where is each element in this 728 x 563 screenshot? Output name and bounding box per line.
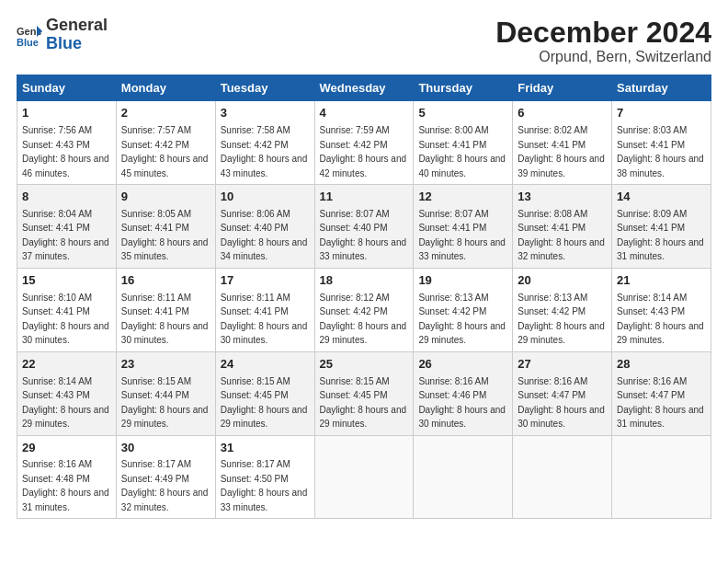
sunset-text: Sunset: 4:42 PM <box>418 306 486 316</box>
day-number: 9 <box>121 189 210 206</box>
daylight-text: Daylight: 8 hours and 32 minutes. <box>518 237 605 262</box>
day-number: 17 <box>221 272 310 290</box>
col-sunday: Sunday <box>17 75 117 101</box>
daylight-text: Daylight: 8 hours and 29 minutes. <box>22 405 109 430</box>
day-number: 12 <box>418 189 507 206</box>
sunrise-text: Sunrise: 8:10 AM <box>22 293 92 303</box>
sunrise-text: Sunrise: 8:11 AM <box>221 293 290 303</box>
sunset-text: Sunset: 4:46 PM <box>418 390 486 400</box>
sunset-text: Sunset: 4:45 PM <box>221 390 289 400</box>
day-number: 28 <box>617 356 706 373</box>
week-row-1: 1 Sunrise: 7:56 AM Sunset: 4:43 PM Dayli… <box>17 101 711 185</box>
calendar-cell: 17 Sunrise: 8:11 AM Sunset: 4:41 PM Dayl… <box>215 268 314 351</box>
daylight-text: Daylight: 8 hours and 30 minutes. <box>221 321 308 346</box>
calendar-cell: 16 Sunrise: 8:11 AM Sunset: 4:41 PM Dayl… <box>116 268 215 351</box>
daylight-text: Daylight: 8 hours and 32 minutes. <box>121 488 209 512</box>
calendar-cell: 11 Sunrise: 8:07 AM Sunset: 4:40 PM Dayl… <box>314 185 414 269</box>
calendar-cell: 26 Sunrise: 8:16 AM Sunset: 4:46 PM Dayl… <box>414 351 513 435</box>
daylight-text: Daylight: 8 hours and 39 minutes. <box>518 154 605 178</box>
calendar-cell: 2 Sunrise: 7:57 AM Sunset: 4:42 PM Dayli… <box>116 101 215 185</box>
subtitle: Orpund, Bern, Switzerland <box>495 49 711 65</box>
sunrise-text: Sunrise: 8:15 AM <box>320 376 390 386</box>
sunrise-text: Sunrise: 8:00 AM <box>418 125 488 135</box>
week-row-3: 15 Sunrise: 8:10 AM Sunset: 4:41 PM Dayl… <box>17 268 711 351</box>
day-number: 18 <box>320 272 409 290</box>
sunset-text: Sunset: 4:43 PM <box>22 140 90 150</box>
calendar-cell: 9 Sunrise: 8:05 AM Sunset: 4:41 PM Dayli… <box>116 185 215 269</box>
header-row: Sunday Monday Tuesday Wednesday Thursday… <box>17 75 711 101</box>
sunrise-text: Sunrise: 8:11 AM <box>121 293 191 303</box>
calendar-cell: 31 Sunrise: 8:17 AM Sunset: 4:50 PM Dayl… <box>215 435 314 519</box>
svg-text:Blue: Blue <box>17 37 39 48</box>
sunrise-text: Sunrise: 8:07 AM <box>320 209 390 219</box>
sunrise-text: Sunrise: 8:15 AM <box>121 376 191 386</box>
sunrise-text: Sunrise: 8:03 AM <box>617 125 687 135</box>
day-number: 10 <box>221 189 310 206</box>
calendar-cell: 6 Sunrise: 8:02 AM Sunset: 4:41 PM Dayli… <box>513 101 612 185</box>
daylight-text: Daylight: 8 hours and 43 minutes. <box>221 154 308 178</box>
sunset-text: Sunset: 4:40 PM <box>221 223 289 233</box>
calendar-cell: 8 Sunrise: 8:04 AM Sunset: 4:41 PM Dayli… <box>17 185 117 269</box>
calendar-cell: 20 Sunrise: 8:13 AM Sunset: 4:42 PM Dayl… <box>513 268 612 351</box>
calendar-cell: 25 Sunrise: 8:15 AM Sunset: 4:45 PM Dayl… <box>314 351 414 435</box>
sunset-text: Sunset: 4:44 PM <box>121 390 189 400</box>
daylight-text: Daylight: 8 hours and 35 minutes. <box>121 237 209 262</box>
sunset-text: Sunset: 4:41 PM <box>121 223 189 233</box>
day-number: 6 <box>518 105 607 122</box>
calendar-cell: 23 Sunrise: 8:15 AM Sunset: 4:44 PM Dayl… <box>116 351 215 435</box>
daylight-text: Daylight: 8 hours and 29 minutes. <box>617 321 704 346</box>
sunrise-text: Sunrise: 7:56 AM <box>22 125 92 135</box>
sunset-text: Sunset: 4:42 PM <box>320 140 388 150</box>
daylight-text: Daylight: 8 hours and 30 minutes. <box>418 405 506 430</box>
sunset-text: Sunset: 4:45 PM <box>320 390 388 400</box>
sunrise-text: Sunrise: 8:04 AM <box>22 209 92 219</box>
sunset-text: Sunset: 4:42 PM <box>121 140 189 150</box>
main-title: December 2024 <box>495 17 711 49</box>
calendar-cell: 10 Sunrise: 8:06 AM Sunset: 4:40 PM Dayl… <box>215 185 314 269</box>
daylight-text: Daylight: 8 hours and 29 minutes. <box>320 405 407 430</box>
day-number: 16 <box>121 272 210 290</box>
sunrise-text: Sunrise: 8:13 AM <box>518 293 587 303</box>
calendar-cell: 4 Sunrise: 7:59 AM Sunset: 4:42 PM Dayli… <box>314 101 414 185</box>
calendar-cell: 19 Sunrise: 8:13 AM Sunset: 4:42 PM Dayl… <box>414 268 513 351</box>
logo: General Blue General Blue <box>17 17 108 53</box>
daylight-text: Daylight: 8 hours and 29 minutes. <box>320 321 407 346</box>
daylight-text: Daylight: 8 hours and 31 minutes. <box>617 405 704 430</box>
day-number: 5 <box>418 105 507 122</box>
sunset-text: Sunset: 4:40 PM <box>320 223 388 233</box>
page: General Blue General Blue December 2024 … <box>0 0 728 530</box>
daylight-text: Daylight: 8 hours and 46 minutes. <box>22 154 109 178</box>
sunset-text: Sunset: 4:41 PM <box>617 223 685 233</box>
sunset-text: Sunset: 4:41 PM <box>418 223 486 233</box>
sunrise-text: Sunrise: 8:16 AM <box>418 376 488 386</box>
sunrise-text: Sunrise: 8:16 AM <box>22 459 92 469</box>
col-monday: Monday <box>116 75 215 101</box>
day-number: 11 <box>320 189 409 206</box>
sunset-text: Sunset: 4:41 PM <box>617 140 685 150</box>
sunset-text: Sunset: 4:47 PM <box>617 390 685 400</box>
calendar-cell: 12 Sunrise: 8:07 AM Sunset: 4:41 PM Dayl… <box>414 185 513 269</box>
day-number: 14 <box>617 189 706 206</box>
sunset-text: Sunset: 4:41 PM <box>22 306 90 316</box>
day-number: 21 <box>617 272 706 290</box>
day-number: 1 <box>22 105 111 122</box>
calendar-cell: 3 Sunrise: 7:58 AM Sunset: 4:42 PM Dayli… <box>215 101 314 185</box>
day-number: 31 <box>221 440 310 457</box>
day-number: 29 <box>22 440 111 457</box>
sunrise-text: Sunrise: 8:13 AM <box>418 293 488 303</box>
daylight-text: Daylight: 8 hours and 33 minutes. <box>418 237 506 262</box>
day-number: 26 <box>418 356 507 373</box>
day-number: 22 <box>22 356 111 373</box>
sunrise-text: Sunrise: 7:59 AM <box>320 125 390 135</box>
col-saturday: Saturday <box>612 75 711 101</box>
calendar-cell: 24 Sunrise: 8:15 AM Sunset: 4:45 PM Dayl… <box>215 351 314 435</box>
sunset-text: Sunset: 4:42 PM <box>221 140 289 150</box>
calendar-cell <box>414 435 513 519</box>
sunset-text: Sunset: 4:48 PM <box>22 474 90 484</box>
header: General Blue General Blue December 2024 … <box>17 17 711 65</box>
day-number: 25 <box>320 356 409 373</box>
day-number: 23 <box>121 356 210 373</box>
sunrise-text: Sunrise: 8:07 AM <box>418 209 488 219</box>
sunset-text: Sunset: 4:43 PM <box>617 306 685 316</box>
day-number: 24 <box>221 356 310 373</box>
